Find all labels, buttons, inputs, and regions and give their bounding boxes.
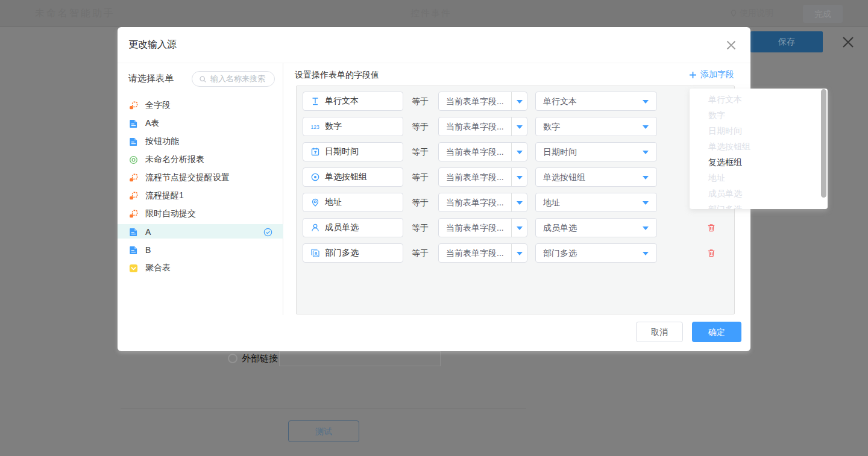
source-field-value: 日期时间 [543,143,577,161]
chevron-down-icon [643,125,649,129]
form-list-item[interactable]: 聚合表 [118,259,283,277]
external-link-radio[interactable] [228,354,237,363]
cancel-button[interactable]: 取消 [636,322,683,342]
source-type-select[interactable]: 当前表单字段... [438,117,527,136]
form-list-item[interactable]: 流程节点提交提醒设置 [118,169,283,187]
field-rows-container: 单行文本等于当前表单字段...单行文本123数字等于当前表单字段...数字日期时… [296,86,735,314]
form-search-input[interactable]: 输入名称来搜索 [192,71,275,87]
selected-check-icon [263,228,272,237]
add-field-button[interactable]: 添加字段 [689,69,734,80]
source-field-select[interactable]: 部门多选 [535,243,657,263]
dropdown-item[interactable]: 地址 [690,170,828,186]
source-field-select[interactable]: 单行文本 [535,92,657,111]
field-name-box[interactable]: 单选按钮组 [303,167,403,187]
form-list-item[interactable]: 限时自动提交 [118,205,283,223]
form-icon [129,137,138,146]
source-type-value: 当前表单字段... [446,219,504,237]
save-button[interactable]: 保存 [750,31,823,52]
background-help-link[interactable]: 使用说明 [731,8,773,19]
source-field-select[interactable]: 成员单选 [535,218,657,237]
background-close-icon[interactable] [841,36,855,49]
source-type-select[interactable]: 当前表单字段... [438,142,527,161]
form-list-item[interactable]: A表 [118,114,283,133]
form-list-item-label: A [145,227,151,237]
form-list-item[interactable]: 全字段 [118,96,283,114]
source-field-select[interactable]: 数字 [535,117,657,136]
member-field-icon [310,223,320,233]
delete-row-icon[interactable] [706,223,716,233]
form-list-item-label: 限时自动提交 [145,208,196,219]
source-field-select[interactable]: 日期时间 [535,142,657,161]
dropdown-item[interactable]: 部门多选 [690,201,828,209]
form-list-item[interactable]: 按钮功能 [118,133,283,151]
form-list-item[interactable]: 未命名分析报表 [118,151,283,169]
source-type-select[interactable]: 当前表单字段... [438,193,527,212]
report-icon [129,155,138,164]
field-mapping-row: 日期时间等于当前表单字段...日期时间 [297,142,735,161]
add-field-label: 添加字段 [700,69,734,80]
chevron-down-icon [517,201,523,205]
source-type-select[interactable]: 当前表单字段... [438,218,527,237]
form-icon [129,119,138,128]
source-type-value: 当前表单字段... [446,143,504,161]
select-divider [511,219,512,237]
form-list-item-label: 流程提醒1 [145,190,184,201]
dropdown-item[interactable]: 单选按钮组 [690,139,828,154]
select-divider [511,92,512,110]
chevron-down-icon [517,125,523,129]
background-help-label: 使用说明 [740,8,773,19]
equals-label: 等于 [412,193,429,212]
external-link-label: 外部链接 [242,353,278,364]
field-name-box[interactable]: 成员单选 [303,218,403,237]
field-name-box[interactable]: 单行文本 [303,92,403,111]
form-list-item-label: A表 [145,118,159,129]
field-name-label: 日期时间 [325,146,359,157]
source-type-select[interactable]: 当前表单字段... [438,92,527,111]
background-app-title: 未命名智能助手 [35,7,115,20]
form-list-item[interactable]: B [118,241,283,259]
form-list-item-label: 未命名分析报表 [145,154,204,165]
chevron-down-icon [643,252,649,255]
field-name-box[interactable]: 123数字 [303,117,403,136]
form-icon [129,246,138,255]
chevron-down-icon [643,201,649,205]
select-divider [511,143,512,161]
link-icon [129,101,138,110]
confirm-button[interactable]: 确定 [692,322,741,342]
source-type-select[interactable]: 当前表单字段... [438,167,527,187]
source-field-select[interactable]: 单选按钮组 [535,167,657,187]
dialog-close-icon[interactable] [725,39,738,52]
dropdown-item[interactable]: 数字 [690,107,828,123]
background-action-button[interactable]: 完成 [803,5,843,23]
chevron-down-icon [643,100,649,104]
field-name-box[interactable]: 地址 [303,193,403,212]
link-icon [129,173,138,183]
dropdown-item[interactable]: 成员单选 [690,186,828,201]
dropdown-scrollbar[interactable] [821,89,826,198]
form-list-item-label: B [145,245,151,255]
source-type-select[interactable]: 当前表单字段... [438,243,527,263]
delete-row-icon[interactable] [706,248,716,258]
test-button[interactable]: 测试 [288,420,359,442]
field-name-box[interactable]: 日期时间 [303,142,403,161]
dept-field-icon [310,248,320,258]
form-list-item[interactable]: A [118,223,283,241]
equals-label: 等于 [412,167,429,187]
dropdown-item[interactable]: 日期时间 [690,123,828,139]
field-mapping-row: 单选按钮组等于当前表单字段...单选按钮组 [297,167,735,187]
external-link-input[interactable] [279,351,441,366]
svg-text:123: 123 [311,124,319,130]
background-topbar: 未命名智能助手 控件事件 使用说明 完成 [0,0,868,27]
source-field-select[interactable]: 地址 [535,193,657,212]
chevron-down-icon [517,151,523,154]
dropdown-item[interactable]: 复选框组 [690,154,828,170]
form-list-item[interactable]: 流程提醒1 [118,187,283,205]
field-mapping-row: 地址等于当前表单字段...地址 [297,193,735,212]
chevron-down-icon [517,176,523,180]
aggregate-icon [129,264,138,273]
field-name-box[interactable]: 部门多选 [303,243,403,263]
text-field-icon [310,96,320,106]
dropdown-item[interactable]: 单行文本 [690,92,828,107]
form-list-item-label: 聚合表 [145,263,171,273]
source-type-value: 当前表单字段... [446,92,504,110]
